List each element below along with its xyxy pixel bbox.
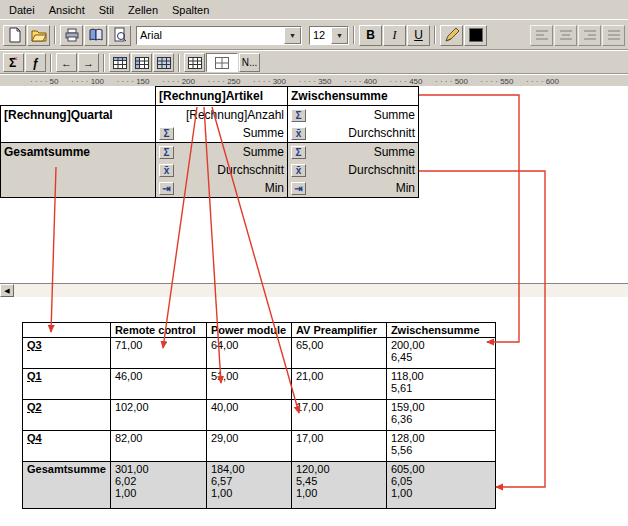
underline-button[interactable]: U xyxy=(407,25,430,46)
value-cell: 65,00 xyxy=(291,338,386,369)
sum-icon[interactable]: Σ xyxy=(291,109,306,122)
bold-button[interactable]: B xyxy=(359,25,382,46)
avg-line: x̄ Durchschnitt xyxy=(156,161,287,179)
design-total-header[interactable]: Gesamtsumme xyxy=(0,142,156,198)
sum-icon[interactable]: Σ xyxy=(291,146,306,159)
min-label: Min xyxy=(265,181,284,195)
arrow-right-icon: → xyxy=(83,57,94,69)
subtotal-cell: 200,00 6,45 xyxy=(386,338,495,369)
align-center-icon xyxy=(559,29,573,41)
total-avg: 6,57 xyxy=(211,475,287,487)
menu-item-datei[interactable]: Datei xyxy=(2,2,42,18)
grid-all-icon xyxy=(157,57,171,69)
design-column-header-zwischensumme[interactable]: Zwischensumme xyxy=(287,86,419,106)
avg-label: Durchschnitt xyxy=(217,163,284,177)
result-table: Remote control Power module AV Preamplif… xyxy=(22,322,496,509)
sum-label: Summe xyxy=(243,145,284,159)
avg-line: x̄ Durchschnitt xyxy=(288,161,418,179)
chevron-down-icon[interactable]: ▼ xyxy=(331,27,348,44)
value-cell: 102,00 xyxy=(110,400,206,431)
select-row-button[interactable] xyxy=(131,53,152,72)
align-left-button[interactable] xyxy=(530,25,553,46)
insert-function-button[interactable]: ƒ xyxy=(25,53,46,72)
min-icon[interactable]: ⇥ xyxy=(159,182,174,195)
insert-sum-button[interactable]: Σ × xyxy=(3,53,24,72)
move-right-button[interactable]: → xyxy=(78,53,99,72)
grid-style-field[interactable] xyxy=(206,53,238,72)
sum-line: Σ Summe xyxy=(156,124,287,142)
value-cell: 51,00 xyxy=(206,369,291,400)
design-column-header-artikel[interactable]: [Rechnung]Artikel xyxy=(155,86,288,106)
total-sum: 184,00 xyxy=(211,463,287,475)
sum-icon[interactable]: Σ xyxy=(159,146,174,159)
data-field-label: [Rechnung]Anzahl xyxy=(186,108,284,122)
sum-icon[interactable]: Σ xyxy=(159,127,174,140)
menu-bar: Datei Ansicht Stil Zellen Spalten xyxy=(0,0,628,19)
table-toolbar: Σ × ƒ ← → xyxy=(0,50,628,74)
total-cell: 605,00 6,05 1,00 xyxy=(386,462,495,509)
min-label: Min xyxy=(396,181,415,195)
font-name-value: Arial xyxy=(140,29,162,41)
move-left-button[interactable]: ← xyxy=(56,53,77,72)
design-total-cell[interactable]: Σ Summe x̄ Durchschnitt ⇥ Min xyxy=(155,142,288,198)
avg-label: Durchschnitt xyxy=(348,126,415,140)
average-icon[interactable]: x̄ xyxy=(159,164,174,177)
number-format-button[interactable]: N... xyxy=(239,53,260,72)
new-document-button[interactable] xyxy=(3,25,26,46)
menu-item-ansicht[interactable]: Ansicht xyxy=(42,2,92,18)
align-left-icon xyxy=(535,29,549,41)
avg-label: Durchschnitt xyxy=(348,163,415,177)
min-icon[interactable]: ⇥ xyxy=(291,182,306,195)
select-column-button[interactable] xyxy=(109,53,130,72)
font-name-select[interactable]: Arial ▼ xyxy=(136,26,302,45)
pen-icon xyxy=(444,27,460,43)
grid-column-icon xyxy=(113,57,127,69)
design-canvas[interactable]: [Rechnung]Artikel Zwischensumme [Rechnun… xyxy=(0,86,628,283)
toolbar-separator xyxy=(434,26,436,44)
fill-color-button[interactable] xyxy=(464,25,487,46)
cell-grid-button[interactable] xyxy=(184,53,205,72)
total-sum: 605,00 xyxy=(391,463,491,475)
value-cell: 17,00 xyxy=(291,431,386,462)
value-cell: 40,00 xyxy=(206,400,291,431)
italic-button[interactable]: I xyxy=(383,25,406,46)
align-center-button[interactable] xyxy=(554,25,577,46)
result-header-row: Remote control Power module AV Preamplif… xyxy=(23,323,496,338)
align-justify-button[interactable] xyxy=(602,25,625,46)
design-subtotal-cell[interactable]: Σ Summe x̄ Durchschnitt xyxy=(287,105,419,143)
subtotal-cell: 128,00 5,56 xyxy=(386,431,495,462)
result-row-q1: Q1 46,00 51,00 21,00 118,00 5,61 xyxy=(23,369,496,400)
design-row-header-quartal[interactable]: [Rechnung]Quartal xyxy=(0,105,156,143)
scroll-left-button[interactable]: ◀ xyxy=(0,284,14,297)
crosstab-designer-screenshot: Datei Ansicht Stil Zellen Spalten xyxy=(0,0,628,526)
chevron-down-icon[interactable]: ▼ xyxy=(284,27,301,44)
open-file-button[interactable] xyxy=(27,25,50,46)
scroll-left-icon: ◀ xyxy=(4,287,9,295)
subtotal-avg: 6,45 xyxy=(391,351,491,363)
toolbar-separator xyxy=(353,26,355,44)
total-min: 1,00 xyxy=(211,487,287,499)
menu-item-zellen[interactable]: Zellen xyxy=(121,2,165,18)
average-icon[interactable]: x̄ xyxy=(291,127,306,140)
print-button[interactable] xyxy=(60,25,83,46)
toolbar-separator xyxy=(103,54,105,72)
col-header-zwischensumme: Zwischensumme xyxy=(386,323,495,338)
pen-style-button[interactable] xyxy=(440,25,463,46)
average-icon[interactable]: x̄ xyxy=(291,164,306,177)
corner-cell xyxy=(23,323,111,338)
main-toolbar: Arial ▼ 12 ▼ B I U xyxy=(0,19,628,50)
design-data-cell[interactable]: [Rechnung]Anzahl Σ Summe xyxy=(155,105,288,143)
function-icon: ƒ xyxy=(32,56,39,70)
new-document-icon xyxy=(7,27,23,43)
menu-item-spalten[interactable]: Spalten xyxy=(165,2,216,18)
print-preview-button[interactable] xyxy=(108,25,131,46)
subtotal-avg: 5,56 xyxy=(391,444,491,456)
font-size-select[interactable]: 12 ▼ xyxy=(309,26,349,45)
help-book-button[interactable] xyxy=(84,25,107,46)
align-right-button[interactable] xyxy=(578,25,601,46)
ruler-ticks: · · · · 50· · · · 100· · · · 150· · · · … xyxy=(13,77,559,86)
select-table-button[interactable] xyxy=(153,53,174,72)
design-total-subtotal-cell[interactable]: Σ Summe x̄ Durchschnitt ⇥ Min xyxy=(287,142,419,198)
menu-item-stil[interactable]: Stil xyxy=(92,2,121,18)
scrollbar-track[interactable] xyxy=(14,284,628,297)
